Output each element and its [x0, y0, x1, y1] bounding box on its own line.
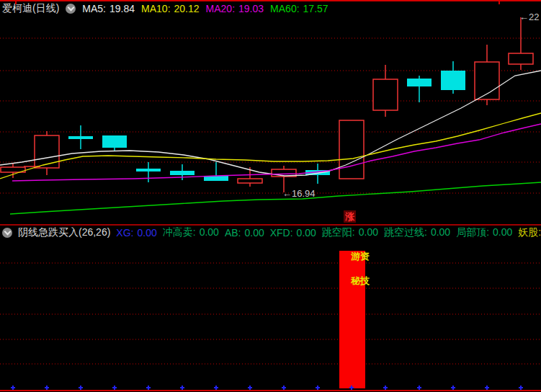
- ma60-readout: MA60: 17.57: [270, 3, 328, 14]
- candle-body-up[interactable]: [35, 135, 59, 168]
- indicator-item-jubuding: 局部顶: 0.00: [456, 226, 512, 239]
- indicator-value: 0.00: [431, 226, 450, 239]
- ma10-value: 20.12: [174, 3, 200, 14]
- indicator-item-yaogu: 妖股: 0.00: [518, 226, 541, 239]
- ma60-label: MA60:: [270, 3, 299, 14]
- indicator-item-xg: XG: 0.00: [116, 227, 156, 239]
- ma5-value: 19.84: [109, 3, 135, 14]
- indicator-label: 妖股:: [518, 226, 541, 239]
- ma60-value: 17.57: [303, 3, 328, 14]
- ma10-readout: MA10: 20.12: [141, 3, 200, 14]
- candle-body-down[interactable]: [407, 79, 432, 86]
- indicator-title: 阴线急跌买入(26,26): [18, 226, 110, 239]
- indicator-label: 跳空阳:: [322, 226, 355, 239]
- indicator-panel-header: 阴线急跌买入(26,26) XG: 0.00 冲高卖: 0.00 AB: 0.0…: [2, 226, 541, 239]
- indicator-value: 0.00: [244, 227, 264, 239]
- candle-body-up[interactable]: [373, 79, 398, 110]
- ma20-value: 19.03: [238, 3, 264, 14]
- indicator-item-ab: AB: 0.00: [225, 227, 264, 239]
- indicator-item-tiaokongyang: 跳空阳: 0.00: [322, 226, 378, 239]
- indicator-label: 冲高卖:: [163, 226, 196, 239]
- chart-canvas[interactable]: [0, 0, 541, 392]
- bar-label-youzi: 游资: [351, 251, 371, 262]
- indicator-value: 0.00: [297, 227, 316, 239]
- indicator-value: 0.00: [359, 226, 378, 239]
- candle-body-down[interactable]: [441, 71, 465, 90]
- high-price-annotation: ←22: [519, 12, 539, 22]
- bar-label-miji: 秘技: [351, 276, 371, 286]
- candle-body-up[interactable]: [238, 179, 262, 183]
- ma20-label: MA20:: [206, 3, 235, 14]
- indicator-label: XG:: [116, 227, 133, 239]
- candle-body-down[interactable]: [68, 136, 93, 139]
- indicator-label: XFD:: [270, 227, 293, 239]
- indicator-value: 0.00: [137, 227, 156, 239]
- candle-body-down[interactable]: [170, 171, 195, 175]
- indicator-label: 局部顶:: [456, 226, 489, 239]
- candle-body-down[interactable]: [136, 169, 161, 172]
- ma20-readout: MA20: 19.03: [206, 3, 264, 14]
- rise-signal-badge: 涨: [344, 210, 356, 223]
- main-chart-header: 爱柯迪(日线) MA5: 19.84 MA10: 20.12 MA20: 19.…: [2, 2, 328, 15]
- indicator-item-chonggaomai: 冲高卖: 0.00: [163, 226, 219, 239]
- chevron-down-circle-icon[interactable]: [2, 228, 12, 238]
- indicator-item-xfd: XFD: 0.00: [270, 227, 316, 239]
- indicator-value: 0.00: [493, 226, 512, 239]
- stock-chart-window: 爱柯迪(日线) MA5: 19.84 MA10: 20.12 MA20: 19.…: [0, 0, 541, 392]
- stock-title: 爱柯迪(日线): [2, 2, 59, 15]
- indicator-item-tiaokongguoxian: 跳空过线: 0.00: [384, 226, 450, 239]
- ma5-label: MA5:: [82, 3, 106, 14]
- ma10-label: MA10:: [141, 3, 170, 14]
- chevron-down-circle-icon[interactable]: [66, 4, 76, 14]
- candle-body-up[interactable]: [339, 120, 364, 179]
- indicator-label: 跳空过线:: [384, 226, 427, 239]
- candle-body-up[interactable]: [509, 53, 533, 64]
- ma-line-ma60: [10, 182, 541, 214]
- ma5-readout: MA5: 19.84: [82, 3, 135, 14]
- indicator-value: 0.00: [200, 226, 219, 239]
- low-price-annotation: ←16.94: [282, 188, 316, 199]
- indicator-label: AB:: [225, 227, 241, 239]
- indicator-bar[interactable]: [339, 251, 365, 388]
- candle-body-down[interactable]: [102, 135, 127, 148]
